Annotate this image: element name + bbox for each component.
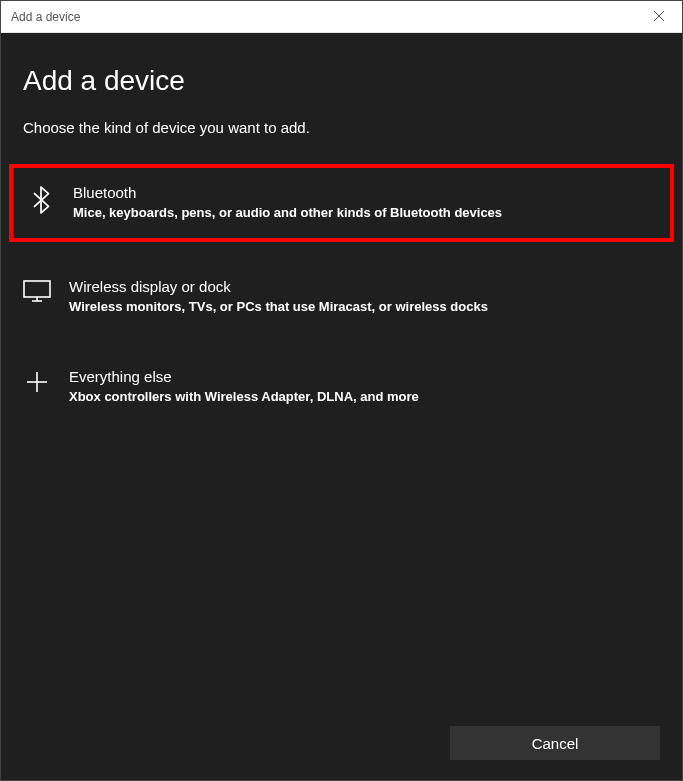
dialog-window: Add a device Add a device Choose the kin…	[0, 0, 683, 781]
option-text: Bluetooth Mice, keyboards, pens, or audi…	[73, 184, 656, 220]
device-option-everything-else[interactable]: Everything else Xbox controllers with Wi…	[9, 352, 674, 422]
close-icon	[653, 8, 665, 26]
monitor-icon	[23, 280, 51, 302]
device-option-wireless-display[interactable]: Wireless display or dock Wireless monito…	[9, 262, 674, 332]
option-title: Everything else	[69, 368, 660, 385]
plus-icon	[23, 370, 51, 394]
device-options-list: Bluetooth Mice, keyboards, pens, or audi…	[9, 164, 674, 422]
window-title: Add a device	[11, 10, 80, 24]
cancel-button[interactable]: Cancel	[450, 726, 660, 760]
page-subheading: Choose the kind of device you want to ad…	[23, 119, 660, 136]
titlebar: Add a device	[1, 1, 682, 33]
option-text: Wireless display or dock Wireless monito…	[69, 278, 660, 314]
device-option-bluetooth[interactable]: Bluetooth Mice, keyboards, pens, or audi…	[9, 164, 674, 242]
close-button[interactable]	[636, 1, 682, 33]
dialog-footer: Cancel	[450, 726, 660, 760]
option-title: Wireless display or dock	[69, 278, 660, 295]
option-desc: Mice, keyboards, pens, or audio and othe…	[73, 205, 656, 220]
bluetooth-icon	[27, 186, 55, 214]
option-desc: Wireless monitors, TVs, or PCs that use …	[69, 299, 660, 314]
option-text: Everything else Xbox controllers with Wi…	[69, 368, 660, 404]
option-title: Bluetooth	[73, 184, 656, 201]
svg-rect-0	[24, 281, 50, 297]
dialog-content: Add a device Choose the kind of device y…	[1, 33, 682, 780]
page-heading: Add a device	[23, 65, 660, 97]
option-desc: Xbox controllers with Wireless Adapter, …	[69, 389, 660, 404]
